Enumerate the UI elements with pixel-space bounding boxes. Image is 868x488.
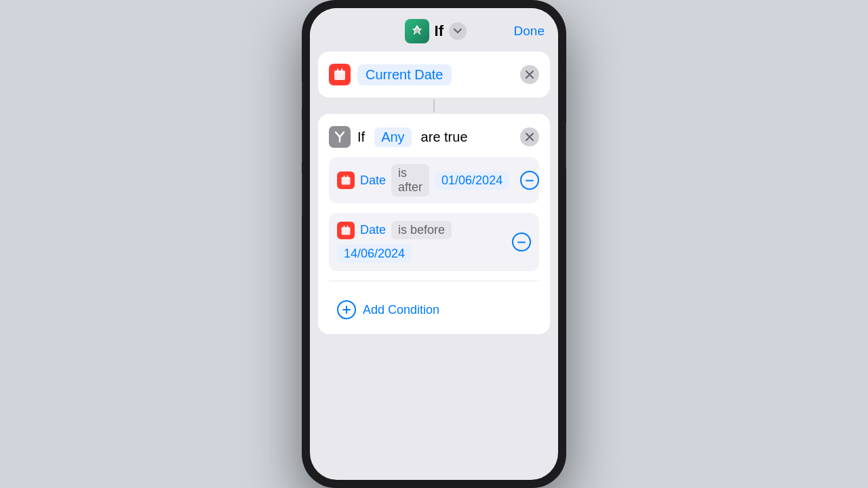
header-if-label: If [435, 22, 443, 40]
condition-row-2: Date is before 14/06/2024 [329, 213, 539, 271]
svg-rect-2 [337, 68, 338, 72]
condition1-date-label: Date [360, 174, 386, 188]
svg-rect-3 [341, 68, 342, 72]
current-date-card: Current Date [318, 52, 550, 98]
condition2-date-label: Date [360, 223, 386, 237]
done-button[interactable]: Done [514, 24, 545, 39]
top-bar-center: If [405, 19, 467, 43]
current-date-left: Current Date [329, 64, 452, 85]
if-card-header-left: If Any are true [329, 126, 468, 148]
top-bar: If Done [310, 8, 558, 52]
side-button-left-3 [302, 173, 302, 217]
if-card-close-button[interactable] [520, 127, 539, 146]
current-date-label: Current Date [357, 64, 452, 85]
calendar-icon-condition2 [337, 222, 355, 239]
any-text[interactable]: Any [374, 127, 411, 147]
svg-rect-13 [517, 241, 526, 243]
connector-line [433, 99, 435, 113]
content: Current Date [310, 52, 558, 480]
shortcuts-icon [405, 19, 429, 43]
calendar-icon-red [329, 64, 351, 85]
condition2-remove-button[interactable] [512, 232, 531, 251]
condition1-remove-button[interactable] [520, 171, 539, 190]
side-button-left-2 [302, 119, 302, 163]
condition2-inner: Date is before 14/06/2024 [337, 221, 512, 263]
svg-rect-6 [344, 176, 345, 178]
calendar-icon-condition1 [337, 171, 355, 189]
add-condition-label[interactable]: Add Condition [363, 303, 439, 317]
screen: If Done [310, 8, 558, 480]
if-card-header: If Any are true [329, 126, 539, 148]
current-date-close-button[interactable] [520, 65, 539, 84]
y-icon [329, 126, 351, 148]
add-condition-row: Add Condition [329, 292, 539, 322]
svg-rect-5 [342, 177, 351, 180]
svg-rect-10 [342, 227, 351, 230]
svg-rect-1 [334, 70, 345, 74]
condition1-operator[interactable]: is after [391, 164, 429, 197]
phone-frame: If Done [302, 0, 566, 488]
svg-rect-12 [347, 225, 349, 228]
if-text: If [357, 129, 365, 145]
svg-rect-7 [347, 176, 349, 178]
side-button-left-1 [302, 81, 302, 108]
side-button-right [566, 122, 566, 169]
condition2-value[interactable]: 14/06/2024 [337, 245, 412, 263]
svg-rect-11 [344, 225, 345, 228]
condition1-value[interactable]: 01/06/2024 [435, 171, 509, 190]
add-condition-button[interactable] [337, 300, 356, 319]
chevron-down-icon[interactable] [449, 22, 467, 40]
condition-row-1: Date is after 01/06/2024 [329, 157, 539, 203]
svg-rect-8 [526, 180, 534, 181]
condition2-operator[interactable]: is before [391, 221, 452, 239]
if-card: If Any are true [318, 114, 550, 334]
are-true-text: are true [421, 129, 468, 145]
divider [329, 281, 539, 281]
